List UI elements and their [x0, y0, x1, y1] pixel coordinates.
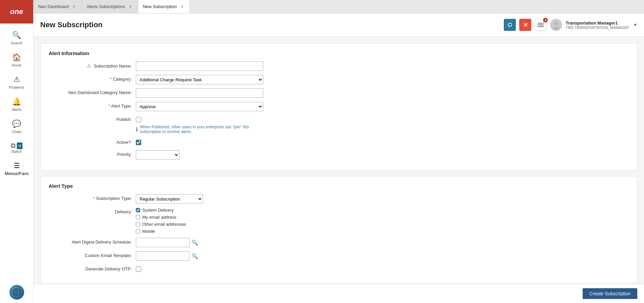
sidebar-item-switch[interactable]: ⧉ ≡ Switch [0, 138, 33, 158]
digest-schedule-label: Alert Digest Delivery Schedule: [49, 238, 136, 245]
subscription-type-select[interactable]: Regular Subscription Digest Subscription [136, 194, 203, 204]
header-actions: ✕ ★ Transportation Manager1 [504, 19, 637, 31]
alert-information-title: Alert Information [49, 50, 629, 56]
delivery-mobile-label: Mobile [142, 229, 155, 234]
subscription-name-label: ⚠ Subscription Name: [49, 61, 136, 69]
chevron-down-icon: ▼ [633, 23, 637, 27]
refresh-icon [507, 22, 513, 28]
tab-label-alerts-subscriptions: Alerts Subscriptions [87, 4, 125, 9]
custom-email-control: 🔍 [136, 251, 263, 261]
delivery-email-checkbox[interactable] [136, 215, 140, 219]
sidebar-item-label-home: Home [12, 63, 21, 67]
category-label-text: Category: [113, 77, 132, 82]
subscription-type-row: Subscription Type: Regular Subscription … [49, 194, 629, 204]
close-form-button[interactable]: ✕ [519, 19, 531, 31]
tab-neo-dashboard[interactable]: Neo Dashboard ✕ [34, 0, 82, 13]
publish-row: Publish: ℹ When Published, other users i… [49, 115, 629, 134]
user-details: Transportation Manager1 TMS.TRANSPORTATI… [566, 20, 629, 30]
avatar-image [551, 20, 561, 30]
notification-badge: ★ [543, 18, 548, 23]
search-lens-icon-2: 🔍 [192, 253, 198, 259]
delivery-other-email-checkbox[interactable] [136, 222, 140, 226]
tab-alerts-subscriptions[interactable]: Alerts Subscriptions ✕ [82, 0, 138, 13]
sidebar-item-search[interactable]: 🔍 Search [0, 27, 33, 49]
active-checkbox[interactable] [136, 140, 141, 145]
form-footer: Create Subscription [34, 284, 644, 303]
category-control: Additional Charge Request Task Other Opt… [136, 75, 263, 84]
delivery-mobile-checkbox[interactable] [136, 229, 140, 233]
neo-dashboard-category-row: Neo Dashboard Category Name: [49, 88, 629, 98]
delivery-other-email-option: Other email addresses [136, 222, 263, 227]
search-icon: 🔍 [12, 31, 21, 40]
sidebar-item-chats[interactable]: 💬 Chats [0, 116, 33, 138]
user-role: TMS.TRANSPORTATION_MANAGER [566, 26, 629, 30]
digest-schedule-input-wrapper: 🔍 [136, 238, 263, 247]
tab-close-alerts-subscriptions[interactable]: ✕ [128, 4, 133, 9]
menu-button[interactable]: ★ [535, 19, 547, 31]
delivery-system-label: System Delivery [142, 208, 174, 213]
custom-email-input[interactable] [136, 251, 190, 261]
alert-type-select[interactable]: Approve Reject Notify [136, 102, 263, 111]
home-icon: 🏠 [12, 53, 21, 62]
publish-checkbox[interactable] [136, 117, 141, 122]
menu-icon: ☰ [14, 162, 20, 170]
create-subscription-button[interactable]: Create Subscription [583, 288, 637, 299]
alert-type-label-text: Alert Type: [111, 103, 132, 109]
bell-icon: 🔔 [12, 97, 21, 106]
generate-otp-checkbox[interactable] [136, 266, 141, 272]
problems-icon: ⚠ [13, 75, 20, 84]
delivery-email-label: My email address [142, 215, 176, 220]
publish-info: ℹ When Published, other users in your en… [136, 125, 263, 134]
generate-otp-label: Generate Delivery OTP: [49, 265, 136, 271]
sidebar-item-menus[interactable]: ☰ Menus/Favs [0, 158, 33, 180]
sidebar-item-home[interactable]: 🏠 Home [0, 49, 33, 71]
active-row: Active?: [49, 138, 629, 146]
sidebar-item-problems[interactable]: ⚠ Problems [0, 71, 33, 93]
tab-new-subscription[interactable]: New Subscription ✕ [138, 0, 190, 13]
refresh-button[interactable] [504, 19, 516, 31]
neo-dashboard-category-label: Neo Dashboard Category Name: [49, 88, 136, 95]
generate-otp-control [136, 265, 263, 273]
category-label: Category: [49, 75, 136, 82]
category-select[interactable]: Additional Charge Request Task Other Opt… [136, 75, 263, 84]
subscription-type-label-text: Subscription Type: [96, 196, 132, 201]
alert-type-label: Alert Type: [49, 102, 136, 109]
custom-email-search-button[interactable]: 🔍 [191, 252, 199, 260]
delivery-mobile-option: Mobile [136, 229, 263, 234]
sidebar-item-alerts[interactable]: 🔔 Alerts [0, 93, 33, 116]
publish-label-text: Publish: [116, 117, 132, 122]
neo-dashboard-category-input[interactable] [136, 88, 263, 98]
user-info[interactable]: Transportation Manager1 TMS.TRANSPORTATI… [550, 19, 637, 31]
priority-select[interactable]: High Medium Low [136, 150, 179, 160]
app-logo[interactable]: one [0, 0, 33, 24]
x-icon: ✕ [523, 22, 528, 28]
page-title: New Subscription [40, 20, 504, 29]
digest-schedule-control: 🔍 [136, 238, 263, 247]
avatar [550, 19, 562, 31]
globe-button[interactable] [9, 285, 24, 300]
star-icon: ★ [544, 19, 547, 22]
active-label-text: Active?: [116, 140, 132, 145]
delivery-system-checkbox[interactable] [136, 208, 140, 212]
subscription-type-label: Subscription Type: [49, 194, 136, 201]
alert-type-section-title: Alert Type [49, 183, 629, 189]
alert-information-section: Alert Information ⚠ Subscription Name: C… [40, 43, 637, 171]
sidebar: one 🔍 Search 🏠 Home ⚠ Problems 🔔 Alerts … [0, 0, 34, 303]
publish-label: Publish: [49, 115, 136, 122]
info-icon: ℹ [136, 126, 138, 133]
tab-close-neo-dashboard[interactable]: ✕ [71, 4, 77, 9]
active-control [136, 138, 263, 146]
neo-dashboard-category-label-text: Neo Dashboard Category Name: [68, 90, 132, 95]
subscription-name-control [136, 61, 263, 71]
tab-close-new-subscription[interactable]: ✕ [179, 4, 185, 9]
subscription-name-input[interactable] [136, 61, 263, 71]
delivery-options: System Delivery My email address Other e… [136, 208, 263, 234]
delivery-row: Delivery: System Delivery My email addre… [49, 208, 629, 234]
layers-icon: ⧉ [11, 142, 15, 149]
svg-point-5 [554, 21, 558, 26]
custom-email-label: Custom Email Template: [49, 251, 136, 258]
tab-bar: Neo Dashboard ✕ Alerts Subscriptions ✕ N… [34, 0, 644, 13]
digest-schedule-search-button[interactable]: 🔍 [191, 239, 199, 247]
sidebar-bottom [9, 285, 24, 303]
digest-schedule-input[interactable] [136, 238, 190, 247]
